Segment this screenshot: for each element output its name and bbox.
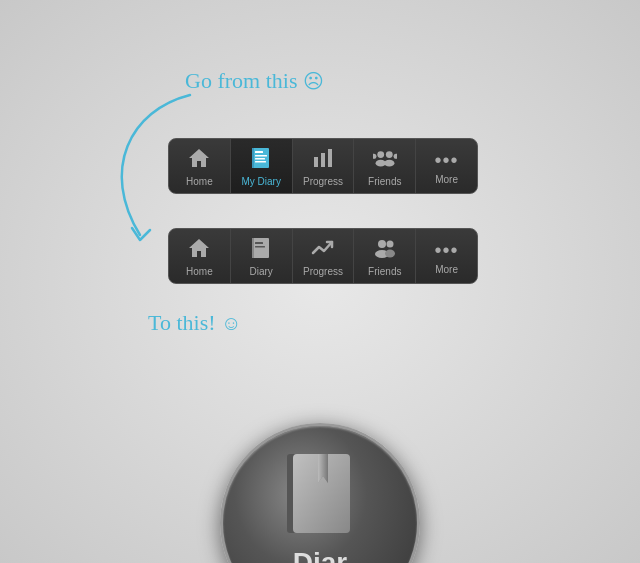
svg-rect-4 [255, 158, 265, 160]
more-icon-b: ••• [435, 240, 459, 260]
svg-point-11 [386, 151, 393, 158]
top-tab-home[interactable]: Home [169, 139, 230, 193]
top-tab-friends[interactable]: Friends [353, 139, 415, 193]
svg-point-12 [393, 154, 396, 159]
svg-point-13 [373, 154, 376, 159]
bottom-tab-diary[interactable]: Diary [230, 229, 292, 283]
svg-point-22 [386, 241, 393, 248]
bottom-face: ☺ [221, 312, 241, 334]
diary-icon-b [249, 237, 273, 263]
friends-icon-b [373, 237, 397, 263]
top-label: Go from this ☹ [185, 68, 324, 94]
svg-rect-8 [321, 153, 325, 167]
top-tab-progress-label: Progress [303, 176, 343, 187]
svg-rect-18 [255, 242, 263, 244]
top-tab-home-label: Home [186, 176, 213, 187]
top-tab-bar: Home My Diary Progress [168, 138, 478, 194]
top-face: ☹ [303, 70, 324, 92]
bottom-tab-progress-label: Progress [303, 266, 343, 277]
svg-point-10 [377, 151, 384, 158]
friends-icon [373, 147, 397, 173]
bottom-tab-diary-label: Diary [250, 266, 273, 277]
home-icon [187, 147, 211, 173]
svg-point-21 [378, 240, 386, 248]
top-tab-more-label: More [435, 174, 458, 185]
more-icon: ••• [435, 150, 459, 170]
bottom-tab-friends-label: Friends [368, 266, 401, 277]
app-icon-inner: Diar [275, 448, 365, 564]
svg-rect-3 [255, 155, 267, 157]
svg-marker-16 [189, 239, 209, 257]
svg-rect-6 [252, 148, 254, 168]
top-tab-progress[interactable]: Progress [292, 139, 354, 193]
app-icon: Diar [220, 423, 420, 563]
progress-icon-b [311, 237, 335, 263]
diary-book-icon [275, 448, 365, 543]
top-tab-mydiary-label: My Diary [241, 176, 280, 187]
progress-icon [311, 147, 335, 173]
svg-rect-2 [255, 151, 263, 153]
bottom-tab-more[interactable]: ••• More [415, 229, 477, 283]
bottom-tab-more-label: More [435, 264, 458, 275]
bottom-tab-progress[interactable]: Progress [292, 229, 354, 283]
svg-marker-0 [189, 149, 209, 167]
svg-rect-20 [252, 238, 254, 258]
top-tab-more[interactable]: ••• More [415, 139, 477, 193]
svg-rect-17 [253, 238, 269, 258]
svg-point-15 [384, 160, 394, 167]
svg-rect-9 [328, 149, 332, 167]
top-tab-friends-label: Friends [368, 176, 401, 187]
svg-rect-7 [314, 157, 318, 167]
mydiary-icon [249, 147, 273, 173]
svg-rect-5 [255, 161, 266, 163]
svg-point-24 [385, 250, 395, 258]
svg-rect-19 [255, 246, 265, 248]
home-icon-b [187, 237, 211, 263]
top-tab-mydiary[interactable]: My Diary [230, 139, 292, 193]
bottom-label: To this! ☺ [148, 310, 241, 336]
bottom-tab-bar: Home Diary Progress [168, 228, 478, 284]
bottom-label-text: To this! [148, 310, 216, 335]
app-icon-label: Diar [293, 547, 347, 564]
bottom-tab-home[interactable]: Home [169, 229, 230, 283]
top-label-text: Go from this [185, 68, 297, 93]
bottom-tab-home-label: Home [186, 266, 213, 277]
bottom-tab-friends[interactable]: Friends [353, 229, 415, 283]
